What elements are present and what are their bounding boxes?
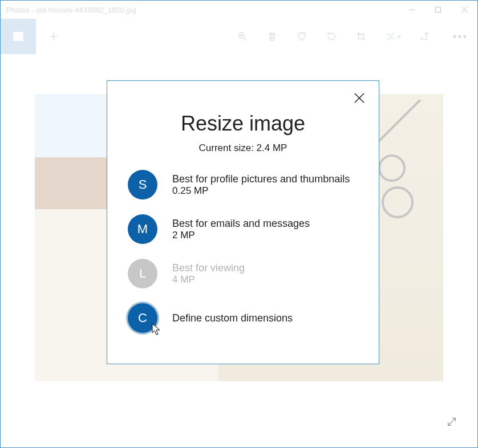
option-sub: 2 MP: [172, 230, 310, 241]
option-text: Best for profile pictures and thumbnails…: [172, 173, 350, 197]
option-label: Best for emails and messages: [172, 218, 310, 230]
dialog-current-size: Current size: 2.4 MP: [107, 142, 379, 154]
resize-option-small[interactable]: S Best for profile pictures and thumbnai…: [128, 170, 358, 199]
option-label: Best for viewing: [172, 262, 245, 274]
badge-s-icon: S: [128, 170, 157, 199]
photos-app-window: Photos - old-houses-4433982_1920.jpg: [0, 0, 478, 448]
resize-option-medium[interactable]: M Best for emails and messages 2 MP: [128, 214, 358, 244]
dialog-close-button[interactable]: [351, 90, 367, 106]
resize-options-list: S Best for profile pictures and thumbnai…: [107, 170, 379, 333]
option-text: Best for emails and messages 2 MP: [172, 218, 310, 241]
option-label: Define custom dimensions: [172, 312, 293, 324]
resize-option-large: L Best for viewing 4 MP: [128, 259, 358, 288]
badge-m-icon: M: [128, 214, 157, 244]
dialog-title: Resize image: [107, 112, 379, 136]
option-label: Best for profile pictures and thumbnails: [172, 173, 350, 185]
badge-l-icon: L: [128, 259, 157, 288]
option-text: Define custom dimensions: [172, 312, 293, 324]
resize-option-custom[interactable]: C Define custom dimensions: [128, 303, 358, 333]
option-text: Best for viewing 4 MP: [172, 262, 245, 286]
option-sub: 0.25 MP: [172, 185, 350, 197]
resize-image-dialog: Resize image Current size: 2.4 MP S Best…: [107, 80, 379, 364]
badge-c-icon: C: [128, 303, 157, 333]
option-sub: 4 MP: [172, 274, 245, 286]
fullscreen-button[interactable]: [442, 412, 461, 431]
svg-line-21: [448, 418, 456, 426]
